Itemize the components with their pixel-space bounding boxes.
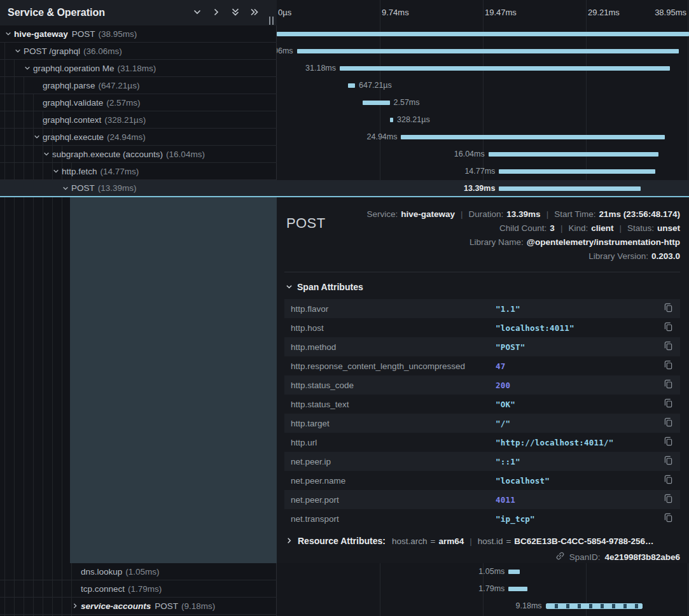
span-label[interactable]: graphql.validate(2.57ms) bbox=[0, 94, 277, 111]
copy-button[interactable] bbox=[661, 322, 672, 333]
resource-attributes-toggle[interactable]: Resource Attributes: bbox=[286, 536, 392, 546]
chevron-right-icon[interactable] bbox=[72, 603, 81, 609]
copy-icon bbox=[664, 341, 672, 353]
summary-value: unset bbox=[657, 223, 680, 233]
resource-attributes-title: Resource Attributes: bbox=[298, 536, 386, 546]
attribute-value: "/" bbox=[496, 419, 661, 428]
span-bar[interactable] bbox=[499, 169, 655, 174]
separator: | bbox=[461, 209, 463, 219]
span-label[interactable]: POST(13.39ms) bbox=[0, 180, 277, 196]
copy-icon bbox=[664, 475, 672, 486]
panel-resize-handle[interactable] bbox=[269, 17, 274, 25]
span-bar[interactable] bbox=[508, 570, 519, 574]
summary-value: 13.39ms bbox=[506, 209, 540, 219]
attribute-row: net.peer.port4011 bbox=[284, 490, 680, 509]
resource-value: arm64 bbox=[438, 536, 464, 546]
timeline-tick: 19.47ms bbox=[485, 0, 517, 25]
span-bar[interactable] bbox=[390, 118, 393, 122]
span-duration: (647.21µs) bbox=[99, 81, 140, 90]
summary-label: Status: bbox=[627, 223, 654, 233]
copy-button[interactable] bbox=[661, 398, 672, 410]
bar-duration-label: 14.77ms bbox=[464, 163, 495, 180]
attribute-row: http.status_code200 bbox=[284, 375, 680, 395]
copy-button[interactable] bbox=[661, 475, 672, 486]
span-title: POST bbox=[286, 215, 326, 232]
span-duration: (31.18ms) bbox=[118, 64, 157, 73]
equals-sign: = bbox=[506, 536, 511, 546]
double-chevron-right-button[interactable] bbox=[250, 8, 259, 18]
attribute-key: http.method bbox=[291, 342, 496, 352]
span-row: tcp.connect(1.79ms)1.79ms bbox=[0, 580, 689, 598]
service-name: hive-gateway bbox=[14, 29, 68, 39]
attribute-row: http.url"http://localhost:4011/" bbox=[284, 433, 680, 452]
attribute-key: http.response_content_length_uncompresse… bbox=[291, 361, 496, 371]
double-chevron-down-button[interactable] bbox=[231, 8, 240, 18]
indent-guide bbox=[52, 129, 53, 616]
copy-button[interactable] bbox=[661, 360, 672, 372]
chevron-right-icon bbox=[212, 8, 221, 18]
span-label[interactable]: graphql.context(328.21µs) bbox=[0, 111, 277, 129]
span-id-value: 4e21998f3b82abe6 bbox=[604, 552, 680, 562]
timeline-tick: 29.21ms bbox=[588, 0, 620, 25]
copy-icon bbox=[664, 494, 672, 505]
double-chevron-right-icon bbox=[250, 8, 259, 18]
span-bar[interactable] bbox=[508, 587, 527, 591]
copy-button[interactable] bbox=[661, 379, 672, 391]
copy-button[interactable] bbox=[661, 417, 672, 429]
attribute-row: http.status_text"OK" bbox=[284, 395, 680, 414]
span-row: graphql.operation Me(31.18ms)31.18ms bbox=[0, 60, 689, 77]
chevron-down-icon[interactable] bbox=[5, 31, 14, 37]
span-timeline-cell: 31.18ms bbox=[277, 60, 689, 77]
chevron-down-icon[interactable] bbox=[62, 185, 71, 192]
copy-button[interactable] bbox=[661, 437, 672, 448]
chevron-down-icon[interactable] bbox=[53, 168, 62, 174]
span-label[interactable]: graphql.parse(647.21µs) bbox=[0, 77, 277, 94]
span-label[interactable]: dns.lookup(1.05ms) bbox=[0, 563, 277, 580]
span-bar[interactable] bbox=[401, 135, 665, 139]
span-label[interactable]: POST /graphql(36.06ms) bbox=[0, 43, 277, 60]
attribute-value: 200 bbox=[496, 381, 661, 390]
copy-icon bbox=[664, 360, 672, 372]
header: Service & Operation 0µs9.74ms19.47ms29.2… bbox=[0, 0, 689, 25]
span-label[interactable]: http.fetch(14.77ms) bbox=[0, 163, 277, 180]
summary-value: hive-gateway bbox=[401, 209, 455, 219]
chevron-down-icon[interactable] bbox=[15, 48, 24, 54]
chevron-down-icon[interactable] bbox=[43, 151, 52, 157]
copy-button[interactable] bbox=[661, 341, 672, 353]
span-summary: Service:hive-gateway|Duration:13.39ms|St… bbox=[284, 207, 680, 263]
span-bar[interactable] bbox=[489, 152, 658, 157]
separator: | bbox=[470, 536, 472, 546]
span-bar[interactable] bbox=[363, 101, 390, 105]
span-label[interactable]: service-accountsPOST(9.18ms) bbox=[0, 598, 277, 615]
span-label[interactable]: tcp.connect(1.79ms) bbox=[0, 580, 277, 598]
chevron-down-icon[interactable] bbox=[34, 134, 43, 140]
link-icon[interactable] bbox=[555, 551, 565, 563]
span-bar[interactable] bbox=[499, 186, 641, 191]
span-bar[interactable] bbox=[297, 49, 679, 53]
chevron-right-icon bbox=[286, 536, 293, 546]
bar-duration-label: 36.06ms bbox=[277, 43, 293, 60]
operation-name: graphql.context bbox=[43, 115, 101, 125]
chevron-down-icon[interactable] bbox=[24, 65, 33, 71]
span-label[interactable]: graphql.operation Me(31.18ms) bbox=[0, 60, 277, 77]
summary-line: Service:hive-gateway|Duration:13.39ms|St… bbox=[284, 207, 680, 221]
copy-button[interactable] bbox=[661, 456, 672, 467]
attribute-key: net.transport bbox=[291, 514, 496, 524]
chevron-down-button[interactable] bbox=[193, 8, 202, 18]
span-timeline-cell: 1.05ms bbox=[277, 563, 689, 580]
copy-button[interactable] bbox=[661, 494, 672, 505]
span-bar[interactable] bbox=[348, 83, 355, 88]
span-bar[interactable] bbox=[546, 603, 643, 609]
span-bar[interactable] bbox=[340, 66, 670, 71]
span-attributes-toggle[interactable]: Span Attributes bbox=[284, 281, 680, 293]
span-label[interactable]: graphql.execute(24.94ms) bbox=[0, 129, 277, 146]
span-label[interactable]: subgraph.execute (accounts)(16.04ms) bbox=[0, 146, 277, 163]
attribute-row: http.method"POST" bbox=[284, 337, 680, 356]
span-duration: (1.79ms) bbox=[128, 584, 162, 594]
span-bar[interactable] bbox=[277, 32, 689, 36]
copy-button[interactable] bbox=[661, 303, 672, 314]
copy-button[interactable] bbox=[661, 513, 672, 524]
chevron-right-button[interactable] bbox=[212, 8, 221, 18]
equals-sign: = bbox=[430, 536, 435, 546]
span-label[interactable]: hive-gatewayPOST(38.95ms) bbox=[0, 25, 277, 43]
